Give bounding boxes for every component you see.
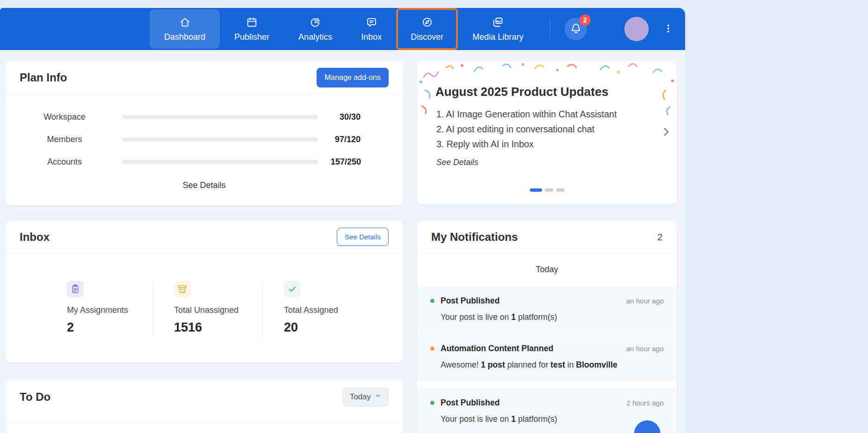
nav-item-label: Media Library xyxy=(472,32,523,42)
carousel-dot[interactable] xyxy=(530,188,542,192)
navbar-right-controls: 2 xyxy=(550,8,676,50)
nav-item-analytics[interactable]: Analytics xyxy=(284,9,347,49)
stat-label: Total Unassigned xyxy=(174,305,262,315)
stat-label: Total Assigned xyxy=(284,305,403,315)
plan-info-title: Plan Info xyxy=(20,71,67,84)
home-icon xyxy=(179,16,191,28)
todo-filter-dropdown[interactable]: Today xyxy=(343,388,389,406)
chevron-down-icon xyxy=(375,392,382,402)
notification-head: Post Publishedan hour ago xyxy=(430,296,664,306)
notification-badge: 2 xyxy=(579,14,591,26)
nav-item-label: Analytics xyxy=(298,32,332,42)
notification-item[interactable]: Automation Content Plannedan hour agoAwe… xyxy=(417,334,677,381)
bell-icon xyxy=(570,22,582,36)
plan-row-value: 30/30 xyxy=(331,112,361,122)
notification-title: Automation Content Planned xyxy=(441,344,626,354)
notification-body-bold: 1 post xyxy=(481,360,505,369)
plan-usage-row: Workspace30/30 xyxy=(6,106,403,128)
notification-body-text: Awesome! xyxy=(441,360,481,369)
stat-value: 2 xyxy=(67,320,153,335)
kebab-menu-button[interactable] xyxy=(661,21,676,37)
calendar-icon xyxy=(246,16,258,28)
stat-value: 1516 xyxy=(174,320,262,335)
notification-head: Post Published2 hours ago xyxy=(430,398,664,408)
nav-item-inbox[interactable]: Inbox xyxy=(347,9,396,49)
product-updates-title: August 2025 Product Updates xyxy=(435,85,644,99)
notification-body-bold: test xyxy=(550,360,565,369)
usage-progress-bar xyxy=(122,115,318,119)
notification-body-text: platform(s) xyxy=(516,312,557,322)
notification-body: Awesome! 1 post planned for test in Bloo… xyxy=(430,359,664,370)
status-dot-icon xyxy=(430,346,434,351)
nav-item-label: Dashboard xyxy=(164,32,205,42)
usage-progress-bar xyxy=(122,137,318,142)
compass-icon xyxy=(421,16,433,28)
notification-time: an hour ago xyxy=(626,345,664,353)
media-icon xyxy=(492,16,504,28)
plan-usage-row: Accounts157/250 xyxy=(6,151,403,173)
manage-addons-button[interactable]: Manage add-ons xyxy=(317,68,389,87)
notification-title: Post Published xyxy=(441,296,626,306)
plan-row-label: Members xyxy=(20,135,109,144)
notification-body-text: planned for xyxy=(505,360,550,369)
plan-info-header: Plan Info Manage add-ons xyxy=(6,61,403,94)
product-update-item: 3. Reply with AI in Inbox xyxy=(436,137,656,152)
plan-row-value: 157/250 xyxy=(331,157,361,167)
nav-item-dashboard[interactable]: Dashboard xyxy=(150,9,220,49)
notification-head: Automation Content Plannedan hour ago xyxy=(430,344,664,354)
plan-see-details-link[interactable]: See Details xyxy=(6,180,403,190)
inbox-header: Inbox See Details xyxy=(6,221,403,253)
clipboard-icon xyxy=(67,281,84,297)
notification-body: Your post is live on 1 platform(s) xyxy=(430,311,664,323)
carousel-dots xyxy=(417,188,677,192)
carousel-next-button[interactable] xyxy=(660,126,672,139)
inbox-stat-my-assignments: My Assignments2 xyxy=(6,281,153,339)
plan-row-value: 97/120 xyxy=(331,135,361,144)
stat-label: My Assignments xyxy=(67,305,153,315)
inbox-stats: My Assignments2Total Unassigned1516Total… xyxy=(6,253,403,339)
top-navbar: DashboardPublisherAnalyticsInboxDiscover… xyxy=(0,8,685,50)
inbox-card: Inbox See Details My Assignments2Total U… xyxy=(6,221,403,362)
nav-item-publisher[interactable]: Publisher xyxy=(220,9,284,49)
product-update-item: 1. AI Image Generation within Chat Assis… xyxy=(436,107,656,122)
todo-filter-label: Today xyxy=(350,392,371,402)
notifications-bell-button[interactable]: 2 xyxy=(564,18,587,40)
notification-body-bold: Bloomville xyxy=(576,360,618,369)
notification-time: 2 hours ago xyxy=(627,399,664,407)
carousel-dot[interactable] xyxy=(556,188,564,192)
status-dot-icon xyxy=(430,401,434,405)
notifications-group-label: Today xyxy=(417,253,677,287)
plan-usage-rows: Workspace30/30Members97/120Accounts157/2… xyxy=(6,94,403,173)
notification-item[interactable]: Post Publishedan hour agoYour post is li… xyxy=(417,287,677,333)
usage-progress-bar xyxy=(122,160,318,164)
product-updates-list: 1. AI Image Generation within Chat Assis… xyxy=(436,107,656,152)
nav-item-discover[interactable]: Discover xyxy=(396,8,458,50)
user-avatar[interactable] xyxy=(624,17,649,41)
notification-body: Your post is live on 1 platform(s) xyxy=(430,413,664,425)
nav-item-media-library[interactable]: Media Library xyxy=(458,9,538,49)
notification-body-text: Your post is live on xyxy=(441,312,511,322)
main-nav: DashboardPublisherAnalyticsInboxDiscover… xyxy=(150,8,538,50)
carousel-dot[interactable] xyxy=(545,188,553,192)
nav-item-label: Publisher xyxy=(234,32,269,42)
notifications-header: My Notifications 2 xyxy=(417,221,677,253)
product-update-item: 2. AI post editing in conversational cha… xyxy=(436,122,656,137)
status-dot-icon xyxy=(430,299,434,303)
stat-value: 20 xyxy=(284,320,403,335)
nav-item-label: Inbox xyxy=(361,32,382,42)
nav-item-label: Discover xyxy=(411,32,443,42)
plan-info-card: Plan Info Manage add-ons Workspace30/30M… xyxy=(6,61,403,205)
archive-icon xyxy=(174,281,191,297)
plan-row-label: Accounts xyxy=(20,157,109,167)
inbox-chat-icon xyxy=(366,16,377,28)
inbox-see-details-button[interactable]: See Details xyxy=(337,228,389,246)
plan-usage-row: Members97/120 xyxy=(6,128,403,151)
notification-body-bold: 1 xyxy=(511,414,516,424)
todo-title: To Do xyxy=(20,390,51,404)
notification-body-bold: 1 xyxy=(511,312,516,322)
inbox-title: Inbox xyxy=(20,231,50,244)
check-icon xyxy=(284,281,301,297)
navbar-divider xyxy=(550,19,550,39)
updates-see-details-link[interactable]: See Details xyxy=(436,158,478,167)
product-updates-card: August 2025 Product Updates 1. AI Image … xyxy=(417,61,677,204)
